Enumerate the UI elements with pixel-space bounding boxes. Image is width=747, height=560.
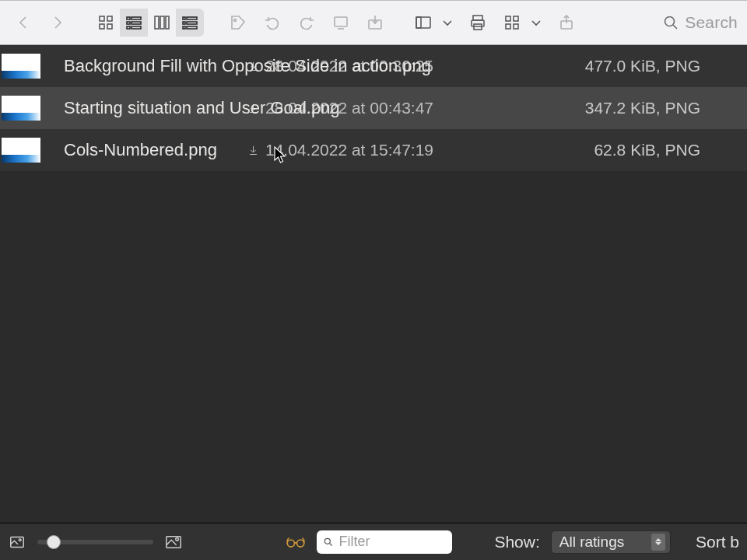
grid-group xyxy=(498,9,546,37)
filter-input[interactable] xyxy=(338,534,446,550)
rotate-right-button[interactable] xyxy=(293,9,321,37)
file-size: 347.2 KiB xyxy=(585,99,656,117)
zoom-slider[interactable] xyxy=(37,540,154,544)
svg-point-44 xyxy=(19,538,21,541)
thumbnail xyxy=(2,54,40,79)
file-type: PNG xyxy=(665,99,700,117)
view-mode-group xyxy=(92,9,204,37)
window-group xyxy=(409,9,458,37)
tag-button[interactable] xyxy=(224,9,252,37)
toolbar: Search xyxy=(0,0,747,45)
svg-rect-13 xyxy=(183,17,185,19)
svg-rect-20 xyxy=(335,17,347,26)
grid-dropdown[interactable] xyxy=(526,9,546,37)
icon-view-button[interactable] xyxy=(92,9,120,37)
file-row[interactable]: Cols-Numbered.png 14.04.2022 at 15:47:19… xyxy=(0,129,747,171)
grid-button[interactable] xyxy=(498,9,526,37)
window-button[interactable] xyxy=(409,9,437,37)
file-date: 14.04.2022 at 15:47:19 xyxy=(265,141,433,159)
svg-rect-7 xyxy=(132,22,141,24)
svg-line-50 xyxy=(330,543,332,545)
svg-rect-29 xyxy=(506,16,510,21)
svg-rect-18 xyxy=(187,26,197,29)
svg-rect-6 xyxy=(127,22,130,24)
slideshow-button[interactable] xyxy=(327,9,355,37)
svg-rect-4 xyxy=(127,17,130,19)
show-label: Show: xyxy=(494,533,539,551)
thumbnail xyxy=(2,96,40,121)
file-name: Background Fill with Opposite Side in ac… xyxy=(64,56,431,75)
svg-point-19 xyxy=(234,19,237,22)
svg-point-46 xyxy=(176,537,179,541)
detail-view-button[interactable] xyxy=(176,9,204,37)
svg-rect-2 xyxy=(100,24,104,29)
import-button[interactable] xyxy=(361,9,389,37)
quicklook-button[interactable] xyxy=(286,532,306,552)
svg-point-35 xyxy=(665,17,675,26)
svg-rect-5 xyxy=(132,17,141,19)
svg-point-49 xyxy=(325,538,331,544)
svg-rect-30 xyxy=(514,16,518,21)
slider-knob[interactable] xyxy=(47,535,61,549)
svg-rect-10 xyxy=(155,16,159,29)
search-field[interactable]: Search xyxy=(655,13,738,32)
file-list: Background Fill with Opposite Side in ac… xyxy=(0,45,747,171)
ratings-value: All ratings xyxy=(559,534,624,551)
svg-rect-0 xyxy=(100,16,104,21)
thumbnail-mode-button[interactable] xyxy=(8,532,26,552)
share-button[interactable] xyxy=(552,9,580,37)
search-placeholder: Search xyxy=(685,13,738,32)
file-type: PNG xyxy=(665,141,700,159)
sort-label: Sort b xyxy=(696,533,739,551)
svg-rect-16 xyxy=(187,22,197,24)
svg-rect-31 xyxy=(506,24,510,29)
download-icon xyxy=(247,145,259,156)
bottom-bar: Show: All ratings Sort b xyxy=(0,523,747,560)
nav-back-button[interactable] xyxy=(9,9,37,37)
file-size: 477.0 KiB xyxy=(585,57,656,75)
filter-field[interactable] xyxy=(317,530,452,554)
file-size: 62.8 KiB xyxy=(594,141,655,159)
print-button[interactable] xyxy=(464,9,492,37)
file-row[interactable]: Background Fill with Opposite Side in ac… xyxy=(0,45,747,87)
svg-rect-3 xyxy=(107,24,112,29)
svg-rect-26 xyxy=(473,16,482,20)
svg-point-47 xyxy=(288,539,295,546)
svg-rect-11 xyxy=(160,16,164,29)
svg-rect-17 xyxy=(183,26,185,29)
svg-rect-8 xyxy=(127,26,130,29)
svg-rect-24 xyxy=(416,17,430,28)
column-view-button[interactable] xyxy=(148,9,176,37)
svg-rect-32 xyxy=(514,24,518,29)
file-name: Starting situation and User Goal.png xyxy=(64,98,340,117)
window-dropdown[interactable] xyxy=(437,9,458,37)
svg-point-48 xyxy=(297,539,304,546)
search-icon xyxy=(323,536,334,548)
rotate-left-button[interactable] xyxy=(258,9,286,37)
large-thumb-button[interactable] xyxy=(164,532,183,552)
ratings-select[interactable]: All ratings xyxy=(551,530,671,554)
stepper-icon xyxy=(651,534,665,551)
svg-rect-9 xyxy=(132,26,141,29)
svg-rect-12 xyxy=(166,16,169,29)
search-icon xyxy=(661,13,680,32)
file-row[interactable]: Starting situation and User Goal.png 28.… xyxy=(0,87,747,129)
list-view-button[interactable] xyxy=(120,9,148,37)
file-type: PNG xyxy=(665,57,700,75)
svg-line-36 xyxy=(673,25,677,29)
thumbnail xyxy=(2,138,40,163)
svg-rect-1 xyxy=(107,16,112,21)
svg-rect-14 xyxy=(187,17,197,19)
svg-rect-15 xyxy=(183,22,185,24)
file-name: Cols-Numbered.png xyxy=(64,140,217,159)
nav-forward-button[interactable] xyxy=(44,9,72,37)
svg-rect-25 xyxy=(416,17,421,28)
